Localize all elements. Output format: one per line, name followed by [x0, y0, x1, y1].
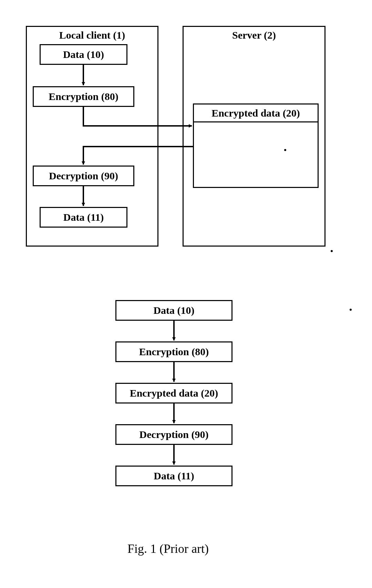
data-11-box-bottom: Data (11) [115, 466, 232, 486]
decryption-box-bottom: Decryption (90) [115, 424, 232, 445]
dot-2 [331, 250, 333, 252]
encrypted-data-label-top: Encrypted data (20) [193, 103, 319, 122]
data-10-box-top: Data (10) [40, 44, 127, 65]
decryption-box-top: Decryption (90) [33, 166, 134, 186]
dot-1 [284, 149, 286, 151]
data-10-box-bottom: Data (10) [115, 300, 232, 321]
local-client-title: Local client (1) [26, 29, 158, 41]
figure-caption: Fig. 1 (Prior art) [127, 541, 209, 556]
server-title: Server (2) [183, 29, 326, 41]
encryption-box-bottom: Encryption (80) [115, 341, 232, 362]
dot-3 [350, 309, 352, 311]
data-11-box-top: Data (11) [40, 207, 127, 228]
encryption-box-top: Encryption (80) [33, 86, 134, 107]
encrypted-data-box-bottom: Encrypted data (20) [115, 383, 232, 403]
